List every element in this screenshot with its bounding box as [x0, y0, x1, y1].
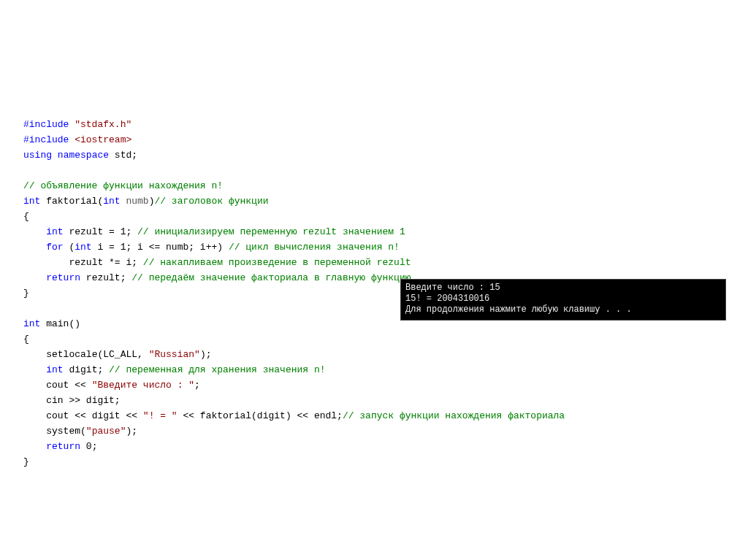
code-line: // объявление функции нахождения n! [23, 178, 565, 193]
include-file: "stdafx.h" [75, 119, 131, 130]
comment: // передаём значение факториала в главну… [131, 272, 411, 283]
code-line: cin >> digit; [23, 393, 565, 408]
comment: // накапливаем произведение в переменной… [143, 257, 411, 268]
stmt: rezult *= i; [69, 257, 142, 268]
keyword-return: return [46, 441, 80, 452]
comment: // переменная для хранения значения n! [109, 364, 325, 375]
brace-open: { [23, 211, 29, 222]
code-line: return 0; [23, 439, 565, 454]
string-russian: "Russian" [149, 349, 200, 360]
func-name: faktorial( [40, 196, 103, 207]
brace-open: { [23, 334, 29, 345]
code-line: for (int i = 1; i <= numb; i++) // цикл … [23, 239, 565, 255]
for-body: i = 1; i <= numb; i++) [92, 242, 229, 253]
code-line: setlocale(LC_ALL, "Russian"); [23, 347, 565, 362]
keyword-return: return [46, 272, 80, 283]
code-line: cout << "Введите число : "; [23, 377, 565, 393]
ident-std: std; [109, 150, 137, 161]
return-zero: 0; [80, 441, 97, 452]
type-int: int [103, 196, 120, 207]
type-int: int [46, 226, 63, 237]
code-line: system("pause"); [23, 423, 565, 439]
type-int: int [23, 196, 40, 207]
string-pause: "pause" [86, 426, 126, 437]
keyword-using: using [23, 150, 52, 161]
code-line: { [23, 209, 565, 224]
include-file: <iostream> [75, 134, 131, 145]
string-excl: "! = " [143, 410, 178, 421]
comment: // цикл вычисления значения n! [229, 242, 400, 253]
call-setlocale: setlocale(LC_ALL, [46, 349, 148, 360]
type-int: int [46, 364, 63, 375]
preproc-include: #include [23, 134, 75, 145]
cin: cin >> digit; [46, 395, 120, 406]
blank-line [23, 163, 565, 178]
code-line: { [23, 331, 565, 347]
code-line: int digit; // переменная для хранения зн… [23, 362, 565, 377]
type-int: int [75, 242, 91, 253]
code-line: using namespace std; [23, 147, 565, 163]
code-line: #include "stdafx.h" [23, 117, 565, 132]
preproc-include: #include [23, 119, 75, 130]
comment: // объявление функции нахождения n! [23, 180, 223, 191]
code-line: } [23, 454, 565, 469]
console-output: Введите число : 15 15! = 2004310016 Для … [400, 279, 726, 321]
string-prompt: "Введите число : " [92, 380, 194, 391]
code-line: int faktorial(int numb)// заголовок функ… [23, 193, 565, 209]
keyword-namespace: namespace [58, 150, 109, 161]
comment: // заголовок функции [154, 196, 268, 207]
type-int: int [23, 318, 40, 329]
console-line: 15! = 2004310016 [405, 294, 721, 304]
console-line: Для продолжения нажмите любую клавишу . … [405, 304, 721, 315]
return-expr: rezult; [80, 272, 131, 283]
param-numb: numb [121, 196, 149, 207]
comment: // инициализируем переменную rezult знач… [137, 226, 405, 237]
cout: cout << digit << [46, 410, 143, 421]
cout: cout << [46, 380, 91, 391]
var-digit: digit; [64, 364, 109, 375]
brace-close: } [23, 288, 29, 299]
call-system: system( [46, 426, 86, 437]
func-main: main() [40, 318, 80, 329]
var-decl: rezult = 1; [64, 226, 137, 237]
code-line: rezult *= i; // накапливаем произведение… [23, 255, 565, 270]
code-line: #include <iostream> [23, 132, 565, 147]
code-line: int rezult = 1; // инициализируем переме… [23, 224, 565, 239]
keyword-for: for [46, 242, 63, 253]
brace-close: } [23, 456, 29, 467]
comment: // запуск функции нахождения факториала [343, 410, 565, 421]
console-line: Введите число : 15 [405, 283, 721, 294]
code-line: cout << digit << "! = " << faktorial(dig… [23, 408, 565, 423]
